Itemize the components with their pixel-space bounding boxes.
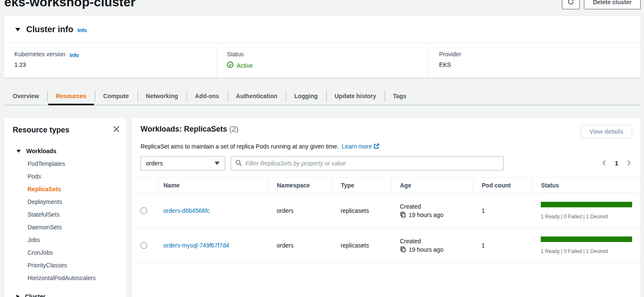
column-header-name: Name bbox=[158, 178, 268, 193]
dropdown-caret-icon bbox=[215, 162, 220, 165]
view-details-button[interactable]: View details bbox=[581, 125, 632, 138]
pagination: 1 bbox=[601, 160, 632, 168]
delete-cluster-button[interactable]: Delete cluster bbox=[584, 0, 641, 9]
sidebar-item-deployments[interactable]: Deployments bbox=[28, 195, 120, 208]
search-box bbox=[231, 156, 504, 170]
status-text: 1 Ready | 0 Failed | 1 Desired bbox=[541, 248, 632, 254]
page-header: eks-workshop-cluster Delete cluster bbox=[4, 0, 641, 16]
select-column-header bbox=[132, 178, 158, 193]
replicaset-name-link[interactable]: orders-mysql-749f67f7d4 bbox=[163, 242, 229, 249]
status-value: Active bbox=[227, 61, 418, 69]
collapse-caret-icon[interactable] bbox=[15, 28, 20, 31]
result-count: (2) bbox=[229, 125, 239, 133]
copy-icon[interactable] bbox=[400, 246, 406, 253]
tab-compute[interactable]: Compute bbox=[95, 87, 138, 105]
dropdown-value: orders bbox=[146, 160, 163, 167]
cell-type: replicasets bbox=[332, 228, 391, 263]
cluster-info-title: Cluster info bbox=[26, 25, 73, 34]
kubernetes-version-value: 1.23 bbox=[14, 61, 206, 68]
resource-tree: Workloads PodTemplates Pods ReplicaSets … bbox=[13, 145, 120, 297]
table-header-row: Name Namespace Type Age Pod count Status bbox=[132, 178, 641, 193]
status-label: Status bbox=[227, 51, 418, 58]
column-header-type: Type bbox=[332, 178, 391, 193]
cluster-info-card: Cluster info Info Kubernetes versionInfo… bbox=[4, 16, 641, 78]
column-header-namespace: Namespace bbox=[268, 178, 332, 193]
search-input[interactable] bbox=[245, 160, 499, 167]
cluster-info-link[interactable]: Info bbox=[77, 28, 87, 33]
sidebar-item-horizontalpodautoscalers[interactable]: HorizontalPodAutoscalers bbox=[28, 272, 120, 284]
namespace-filter-dropdown[interactable]: orders bbox=[140, 156, 225, 170]
learn-more-link[interactable]: Learn more bbox=[341, 143, 372, 150]
close-panel-button[interactable] bbox=[111, 124, 122, 135]
tab-add-ons[interactable]: Add-ons bbox=[187, 87, 228, 105]
replicasets-table: Name Namespace Type Age Pod count Status… bbox=[132, 177, 641, 263]
kubernetes-version-field: Kubernetes versionInfo 1.23 bbox=[4, 43, 216, 78]
kubernetes-version-label: Kubernetes versionInfo bbox=[14, 51, 206, 58]
content-area: Resource types Workloads PodTemplates Po… bbox=[4, 118, 641, 297]
cell-status: 1 Ready | 0 Failed | 1 Desired bbox=[532, 228, 641, 263]
sidebar-item-cronjobs[interactable]: CronJobs bbox=[28, 246, 120, 259]
previous-page-button[interactable] bbox=[601, 160, 608, 168]
status-bar bbox=[541, 236, 632, 242]
copy-icon[interactable] bbox=[400, 212, 406, 218]
panel-description: ReplicaSet aims to maintain a set of rep… bbox=[132, 142, 641, 150]
status-field: Status Active bbox=[216, 43, 428, 78]
sidebar-item-jobs[interactable]: Jobs bbox=[28, 234, 120, 246]
sidebar-item-pods[interactable]: Pods bbox=[28, 170, 120, 183]
cell-status: 1 Ready | 0 Failed | 1 Desired bbox=[532, 193, 641, 228]
resource-types-panel: Resource types Workloads PodTemplates Po… bbox=[4, 118, 126, 297]
sidebar-item-podtemplates[interactable]: PodTemplates bbox=[28, 157, 120, 170]
tab-authentication[interactable]: Authentication bbox=[228, 87, 286, 105]
table-row: orders-mysql-749f67f7d4 orders replicase… bbox=[132, 228, 641, 263]
cell-namespace: orders bbox=[268, 228, 332, 263]
tab-resources[interactable]: Resources bbox=[47, 87, 95, 105]
cell-age: Created 19 hours ago bbox=[391, 228, 473, 263]
next-page-button[interactable] bbox=[625, 160, 632, 168]
tab-overview[interactable]: Overview bbox=[4, 87, 47, 105]
tree-group-workloads[interactable]: Workloads bbox=[13, 145, 120, 157]
row-radio-button[interactable] bbox=[140, 242, 147, 249]
sidebar-item-daemonsets[interactable]: DaemonSets bbox=[28, 221, 120, 234]
caret-down-icon bbox=[17, 150, 21, 153]
row-radio-button[interactable] bbox=[140, 207, 147, 214]
close-icon bbox=[113, 125, 120, 134]
age-value: 19 hours ago bbox=[409, 246, 443, 253]
status-bar bbox=[541, 202, 632, 207]
replicasets-panel: Workloads: ReplicaSets (2) View details … bbox=[132, 118, 641, 297]
age-created-label: Created bbox=[400, 238, 469, 245]
table-row: orders-d6b4566fc orders replicasets Crea… bbox=[132, 193, 641, 228]
tab-bar: Overview Resources Compute Networking Ad… bbox=[4, 87, 641, 105]
age-created-label: Created bbox=[400, 203, 469, 210]
sidebar-item-replicasets[interactable]: ReplicaSets bbox=[28, 183, 120, 195]
panel-title: Workloads: ReplicaSets (2) bbox=[140, 125, 239, 134]
cell-type: replicasets bbox=[332, 193, 391, 228]
tree-group-cluster[interactable]: Cluster bbox=[13, 290, 120, 297]
cell-pod-count: 1 bbox=[473, 193, 532, 228]
tab-networking[interactable]: Networking bbox=[138, 87, 187, 105]
page-title: eks-workshop-cluster bbox=[4, 0, 135, 9]
status-text: 1 Ready | 0 Failed | 1 Desired bbox=[541, 214, 632, 220]
tab-logging[interactable]: Logging bbox=[286, 87, 326, 105]
sidebar-item-statefulsets[interactable]: StatefulSets bbox=[28, 208, 120, 221]
current-page: 1 bbox=[615, 160, 618, 167]
panel-header: Workloads: ReplicaSets (2) View details bbox=[132, 125, 641, 138]
replicaset-name-link[interactable]: orders-d6b4566fc bbox=[163, 207, 210, 214]
provider-value: EKS bbox=[439, 61, 630, 68]
provider-field: Provider EKS bbox=[429, 43, 641, 78]
kubernetes-version-info-link[interactable]: Info bbox=[70, 52, 79, 58]
chevron-left-icon bbox=[601, 160, 608, 168]
cell-namespace: orders bbox=[268, 193, 332, 228]
chevron-right-icon bbox=[625, 160, 632, 168]
tab-tags[interactable]: Tags bbox=[385, 87, 415, 105]
tab-update-history[interactable]: Update history bbox=[326, 87, 385, 105]
sidebar-item-priorityclasses[interactable]: PriorityClasses bbox=[28, 259, 120, 272]
cell-age: Created 19 hours ago bbox=[391, 193, 473, 228]
column-header-age: Age bbox=[391, 178, 473, 193]
header-actions: Delete cluster bbox=[562, 0, 641, 9]
external-link-icon bbox=[373, 144, 380, 151]
refresh-button[interactable] bbox=[562, 0, 580, 9]
column-header-status: Status bbox=[532, 178, 641, 193]
caret-right-icon bbox=[17, 294, 19, 297]
age-value: 19 hours ago bbox=[409, 212, 443, 218]
refresh-icon bbox=[567, 0, 574, 6]
